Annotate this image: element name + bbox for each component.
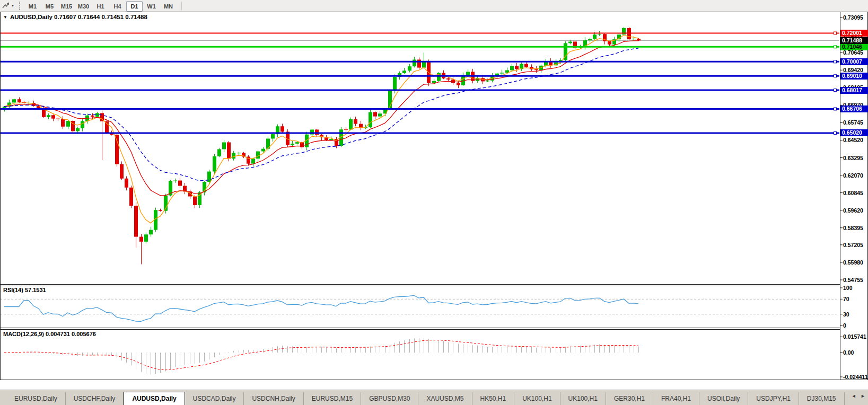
price-tick-label: 0.64520	[843, 137, 863, 143]
rsi-tick-label: 100	[843, 285, 853, 291]
price-tick-label: 0.59620	[843, 207, 863, 214]
candle-body	[393, 77, 397, 91]
candle-body	[457, 83, 460, 85]
chart-tab-eurusd-daily[interactable]: EURUSD,Daily	[6, 392, 66, 405]
chart-tab-fra40-h1[interactable]: FRA40,H1	[653, 392, 699, 405]
chart-title-row: ▼ AUDUSD,Daily 0.71607 0.71644 0.71451 0…	[3, 14, 147, 20]
chart-tab-eurusd-m15[interactable]: EURUSD,M15	[304, 392, 361, 405]
chart-tab-bar: EURUSD,DailyUSDCHF,DailyAUDUSD,DailyUSDC…	[0, 390, 868, 405]
tab-scroll-arrows: ◄ ►	[847, 393, 867, 399]
price-tick-label: 0.63295	[843, 155, 863, 161]
timeframe-button-M1[interactable]: M1	[24, 1, 41, 12]
price-tick-label: 0.62070	[843, 172, 863, 179]
candle-body	[134, 206, 138, 237]
candle-body	[402, 71, 406, 73]
rsi-indicator-label: RSI(14) 57.1531	[3, 287, 46, 293]
timeframe-button-MN[interactable]: MN	[160, 1, 177, 12]
candle-body	[486, 81, 489, 82]
chart-tab-uk100-h1[interactable]: UK100,H1	[514, 392, 560, 405]
candle-body	[315, 129, 319, 135]
symbol-menu-icon[interactable]: ▼	[3, 15, 7, 20]
candle-body	[413, 59, 416, 66]
candle-body	[510, 66, 514, 70]
price-level-badge: 0.72001	[840, 30, 868, 37]
chart-tab-hk50-h1[interactable]: HK50,H1	[472, 392, 515, 405]
candle-body	[76, 128, 80, 131]
candle-body	[173, 181, 177, 181]
macd-tick-label: -0.024411	[843, 374, 868, 380]
candle-body	[524, 64, 528, 67]
line-handle[interactable]	[834, 75, 837, 77]
chevron-down-icon[interactable]: ▾	[12, 3, 14, 8]
chart-tab-usdcnh-daily[interactable]: USDCNH,Daily	[244, 392, 303, 405]
toolbar-grip[interactable]	[19, 2, 22, 10]
candle-body	[637, 39, 641, 40]
candle-body	[227, 142, 231, 159]
candle-body	[251, 159, 255, 163]
chart-tab-ger30-h1[interactable]: GER30,H1	[606, 392, 653, 405]
chart-tab-gbpusd-m30[interactable]: GBPUSD,M30	[361, 392, 418, 405]
chart-tab-audusd-daily[interactable]: AUDUSD,Daily	[124, 392, 185, 405]
candle-body	[217, 149, 221, 156]
candle-body	[422, 62, 426, 68]
price-tick-label: 0.57205	[843, 242, 863, 248]
candle-body	[446, 78, 450, 80]
candle-body	[95, 113, 99, 117]
price-level-badge: 0.70007	[840, 58, 868, 65]
candle-body	[91, 116, 94, 117]
tab-scroll-right-icon[interactable]: ►	[861, 393, 865, 399]
price-level-badge: 0.69010	[840, 73, 868, 80]
candle-body	[588, 39, 592, 40]
timeframe-button-W1[interactable]: W1	[143, 1, 160, 12]
rsi-tick-label: 70	[843, 296, 849, 302]
chart-tab-usdcad-daily[interactable]: USDCAD,Daily	[185, 392, 244, 405]
line-handle[interactable]	[834, 60, 837, 63]
candle-body	[261, 149, 265, 152]
timeframe-button-H4[interactable]: H4	[109, 1, 126, 12]
chart-tab-usdchf-daily[interactable]: USDCHF,Daily	[66, 392, 124, 405]
chart-tab-uk100-h1[interactable]: UK100,H1	[560, 392, 606, 405]
candle-body	[593, 34, 597, 39]
candle-body	[608, 41, 611, 45]
rsi-tick-label: 30	[843, 311, 849, 318]
candle-body	[144, 234, 148, 241]
current-price-badge: 0.71488	[840, 37, 868, 44]
price-tick-label: 0.73095	[843, 14, 863, 21]
chart-tab-dj30-m15[interactable]: DJ30,M15	[799, 392, 845, 405]
candle-body	[232, 153, 235, 159]
price-tick-label: 0.70645	[843, 49, 863, 56]
candle-body	[81, 121, 84, 128]
candle-body	[159, 210, 162, 211]
timeframe-button-M30[interactable]: M30	[75, 1, 92, 12]
price-tick-label: 0.60845	[843, 190, 863, 196]
candle-body	[61, 119, 65, 127]
rsi-pane-layer	[0, 295, 840, 321]
candle-body	[120, 164, 124, 179]
candle-body	[213, 156, 216, 172]
timeframe-button-M15[interactable]: M15	[58, 1, 75, 12]
candle-body	[256, 151, 260, 159]
chart-cursor-tool-button[interactable]: ▾	[2, 1, 14, 11]
chart-tab-usoil-daily[interactable]: USOil,Daily	[699, 392, 748, 405]
line-handle[interactable]	[834, 46, 837, 48]
timeframe-button-D1[interactable]: D1	[126, 1, 143, 12]
price-level-badge: 0.68017	[840, 87, 868, 94]
rsi-tick-label: 0	[843, 322, 846, 329]
timeframe-button-H1[interactable]: H1	[92, 1, 109, 12]
timeframe-button-M5[interactable]: M5	[41, 1, 58, 12]
chart-tab-usdjpy-h1[interactable]: USDJPY,H1	[748, 392, 799, 405]
candle-body	[115, 135, 119, 164]
candle-body	[378, 113, 382, 116]
line-handle[interactable]	[834, 131, 837, 134]
tab-scroll-left-icon[interactable]: ◄	[852, 393, 856, 399]
candle-body	[222, 142, 226, 149]
line-handle[interactable]	[834, 32, 837, 34]
chart-window[interactable]: ▼ AUDUSD,Daily 0.71607 0.71644 0.71451 0…	[0, 12, 868, 380]
line-handle[interactable]	[834, 89, 837, 92]
line-handle[interactable]	[834, 108, 837, 110]
chart-tab-xauusd-m5[interactable]: XAUUSD,M5	[418, 392, 472, 405]
toolbar: ▾ M1M5M15M30H1H4D1W1MN	[0, 0, 868, 12]
moving-average-25	[4, 48, 638, 181]
candle-body	[598, 34, 601, 34]
candles-layer	[3, 27, 641, 264]
